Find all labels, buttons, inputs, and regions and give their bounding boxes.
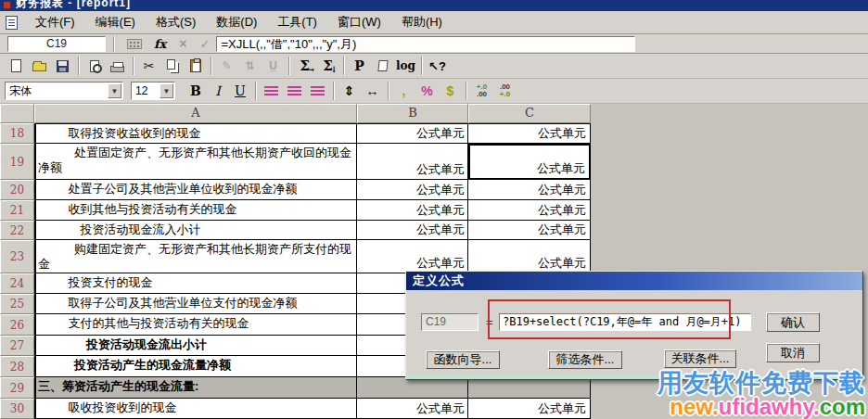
cell-b[interactable]: 公式单元 (357, 240, 468, 273)
formula-input[interactable]: =XJLL(,,"借","10",,,"y",月) (216, 36, 635, 52)
cell-b[interactable]: 公式单元 (357, 399, 468, 419)
print-button[interactable] (106, 56, 129, 76)
row-header[interactable]: 22 (0, 221, 34, 240)
row-height-button[interactable]: ⇕ (338, 81, 361, 101)
cell-a[interactable]: 取得子公司及其他营业单位支付的现金净额 (34, 294, 357, 314)
cell-a[interactable]: 吸收投资收到的现金 (34, 399, 357, 419)
row-header[interactable]: 29 (0, 377, 34, 399)
notes-button[interactable] (371, 56, 394, 76)
align-right-button[interactable] (306, 81, 329, 101)
row-header[interactable]: 19 (0, 144, 34, 180)
row-header[interactable]: 23 (0, 240, 34, 273)
cell-c[interactable]: 公式单元 (468, 399, 591, 419)
italic-button[interactable]: I (207, 81, 229, 101)
function-wizard-button[interactable]: 函数向导... (426, 350, 500, 369)
cell-b[interactable] (357, 377, 468, 399)
column-header-a[interactable]: A (34, 104, 357, 123)
cell-a[interactable]: 支付的其他与投资活动有关的现金 (34, 314, 357, 336)
sort-icon: ⇅ (245, 59, 254, 72)
sum-column-button[interactable]: Σ↓ (316, 56, 339, 76)
menu-item-2[interactable]: 格式(S) (146, 12, 206, 32)
context-help-button[interactable]: ↖? (426, 56, 449, 76)
font-size-select[interactable]: 12 ▼ (131, 82, 175, 100)
percent-style-button[interactable]: % (415, 81, 439, 101)
cancel-button[interactable]: 取消 (766, 343, 820, 362)
print-preview-button[interactable] (83, 56, 106, 76)
menu-item-4[interactable]: 工具(T) (267, 12, 327, 32)
paste-button[interactable] (184, 56, 207, 76)
cell-b[interactable]: 公式单元 (357, 180, 468, 200)
copy-button[interactable] (160, 56, 184, 76)
cell-a[interactable]: 处置固定资产、无形资产和其他长期资产收回的现金净额 (34, 144, 357, 180)
function-wizard-icon[interactable]: fx (154, 37, 166, 51)
row-header[interactable]: 20 (0, 180, 34, 200)
confirm-button[interactable]: 确认 (766, 312, 820, 332)
cell-a[interactable]: 三、筹资活动产生的现金流量: (34, 377, 357, 399)
keyboard-icon[interactable] (127, 39, 142, 49)
copy-icon (167, 59, 175, 70)
row-header[interactable]: 27 (0, 336, 34, 356)
save-button[interactable] (51, 56, 74, 76)
cell-b[interactable]: 公式单元 (357, 200, 468, 221)
open-button[interactable] (28, 56, 51, 76)
row-header[interactable]: 28 (0, 356, 34, 377)
cell-b[interactable]: 公式单元 (357, 123, 468, 144)
cell-b[interactable]: 公式单元 (357, 144, 468, 180)
row-header[interactable]: 25 (0, 294, 34, 314)
row-header[interactable]: 24 (0, 273, 34, 294)
row-header[interactable]: 18 (0, 123, 34, 144)
row-header[interactable]: 26 (0, 314, 34, 336)
chevron-down-icon[interactable]: ▼ (108, 83, 121, 98)
cell-a[interactable]: 处置子公司及其他营业单位收到的现金净额 (34, 180, 357, 200)
dialog-titlebar[interactable]: 定义公式 (406, 272, 862, 290)
align-center-button[interactable] (283, 81, 306, 101)
bold-button[interactable]: B (185, 81, 207, 101)
cell-c[interactable]: 公式单元 (468, 221, 591, 240)
decrease-decimal-button[interactable]: .00+.0 (493, 81, 517, 101)
align-left-button[interactable] (260, 81, 283, 101)
menu-item-0[interactable]: 文件(F) (25, 12, 85, 32)
underline-button[interactable]: U (229, 81, 251, 101)
cell-c[interactable]: 公式单元 (468, 200, 591, 221)
menu-item-3[interactable]: 数据(D) (206, 12, 267, 32)
cell-a[interactable]: 投资支付的现金 (34, 273, 357, 294)
cell-a[interactable]: 投资活动现金流入小计 (34, 221, 357, 240)
cell-a[interactable]: 取得投资收益收到的现金 (34, 123, 357, 144)
menu-item-1[interactable]: 编辑(E) (85, 12, 146, 32)
column-header-c[interactable]: C (468, 104, 591, 123)
cell-a[interactable]: 投资活动现金流出小计 (34, 336, 357, 356)
cell-a[interactable]: 收到其他与投资活动有关的现金 (34, 200, 357, 221)
increase-decimal-button[interactable]: +.0.00 (470, 81, 493, 101)
cell-c[interactable]: 公式单元 (468, 240, 591, 273)
chevron-down-icon[interactable]: ▼ (160, 83, 173, 98)
cell-c[interactable]: 公式单元 (468, 180, 591, 200)
filter-condition-button[interactable]: 筛选条件... (548, 350, 622, 369)
dialog-formula-input[interactable]: ?B19+select(?C19,年@=年 and 月@=月+1) (499, 313, 751, 331)
column-width-button[interactable]: ↔ (361, 81, 384, 101)
cancel-entry-icon[interactable]: × (179, 36, 186, 51)
cell-b[interactable]: 公式单元 (357, 221, 468, 240)
page-setup-button[interactable]: P (348, 56, 371, 76)
log-button[interactable]: log (394, 56, 417, 76)
cell-name-box[interactable]: C19 (7, 36, 106, 52)
new-button[interactable] (5, 56, 28, 76)
cell-a[interactable]: 购建固定资产、无形资产和其他长期资产所支付的现金 (34, 240, 357, 273)
row-header[interactable]: 30 (0, 399, 34, 419)
confirm-entry-icon[interactable]: ✓ (200, 37, 211, 51)
cell-c-selected[interactable]: 公式单元 (468, 144, 591, 180)
row-header[interactable]: 21 (0, 200, 34, 221)
comma-style-button[interactable]: , (392, 81, 415, 101)
cut-button[interactable]: ✂ (137, 56, 160, 76)
relation-condition-button[interactable]: 关联条件... (664, 349, 736, 368)
align-left-icon (264, 86, 278, 96)
cell-a[interactable]: 投资活动产生的现金流量净额 (34, 356, 357, 377)
cell-c[interactable]: 公式单元 (468, 123, 591, 144)
currency-style-button[interactable]: $ (439, 81, 462, 101)
font-name-select[interactable]: 宋体 ▼ (5, 82, 123, 100)
column-header-b[interactable]: B (357, 104, 468, 123)
select-all-corner[interactable] (0, 104, 34, 123)
menu-item-6[interactable]: 帮助(H) (391, 12, 453, 32)
menu-item-5[interactable]: 窗口(W) (327, 12, 391, 32)
sum-row-button[interactable]: Σ→ (293, 56, 316, 76)
cell-c[interactable] (468, 377, 591, 399)
